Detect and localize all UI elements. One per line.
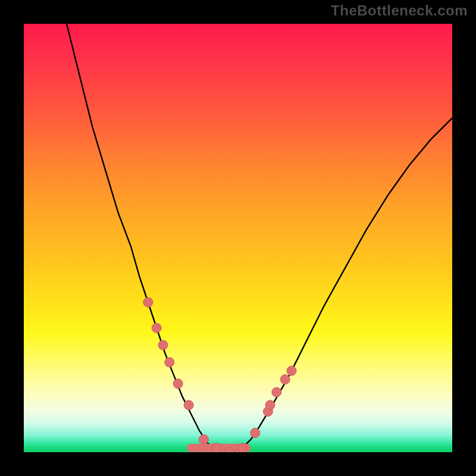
marker-point bbox=[184, 400, 193, 410]
marker-point bbox=[165, 358, 174, 367]
marker-point bbox=[212, 443, 221, 452]
chart-frame: TheBottleneck.com bbox=[0, 0, 476, 476]
highlighted-points bbox=[143, 298, 296, 452]
marker-point bbox=[143, 298, 153, 307]
marker-point bbox=[287, 366, 296, 375]
marker-point bbox=[265, 400, 275, 410]
marker-point bbox=[158, 340, 168, 350]
marker-point bbox=[225, 447, 234, 452]
marker-point bbox=[199, 434, 208, 444]
marker-point bbox=[250, 428, 260, 438]
watermark-text: TheBottleneck.com bbox=[331, 2, 468, 19]
plot-area bbox=[24, 24, 452, 452]
marker-point bbox=[280, 375, 290, 384]
marker-point bbox=[272, 387, 281, 397]
marker-point bbox=[173, 379, 183, 389]
marker-point bbox=[237, 443, 247, 452]
marker-point bbox=[152, 323, 161, 333]
marker-layer bbox=[24, 24, 452, 452]
